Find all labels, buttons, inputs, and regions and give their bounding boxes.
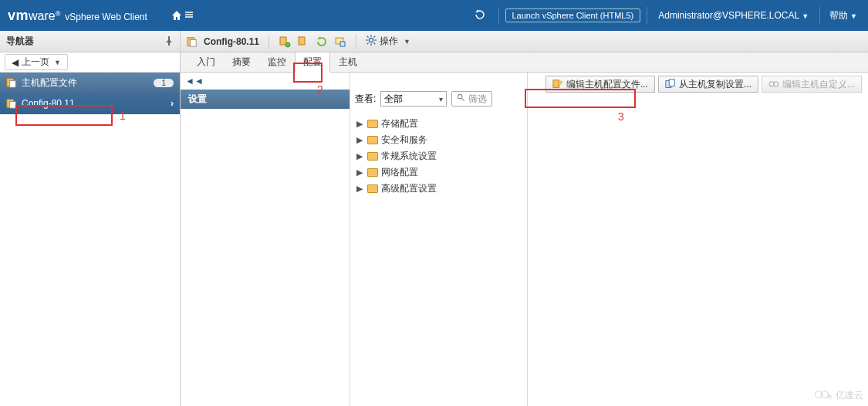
navigator-title-bar: 导航器 bbox=[0, 31, 180, 52]
tab-configure[interactable]: 配置 bbox=[295, 52, 330, 73]
back-button[interactable]: ◀ 上一页 ▼ bbox=[5, 54, 68, 70]
folder-icon bbox=[367, 120, 378, 128]
config-tree-column: 查看: 全部 筛选 ▶存储配置 ▶安全和服务 ▶常规系统设置 ▶网络配置 ▶高级… bbox=[350, 73, 528, 406]
chevron-down-icon: ▼ bbox=[802, 12, 809, 20]
toolbar-icon-3[interactable] bbox=[316, 36, 328, 48]
svg-point-25 bbox=[458, 94, 463, 99]
edit-host-customizations-label: 编辑主机自定义... bbox=[782, 78, 855, 91]
tree-item-label: 网络配置 bbox=[381, 166, 418, 179]
tree-caret-icon: ▶ bbox=[356, 184, 364, 194]
refresh-icon[interactable] bbox=[474, 8, 486, 23]
svg-line-19 bbox=[367, 43, 369, 45]
svg-point-7 bbox=[285, 42, 290, 47]
svg-point-11 bbox=[369, 38, 373, 42]
tree-item-label: 存储配置 bbox=[381, 117, 418, 130]
edit-host-profile-button[interactable]: 编辑主机配置文件... bbox=[545, 76, 655, 93]
tree-caret-icon: ▶ bbox=[356, 167, 364, 178]
pin-icon[interactable] bbox=[164, 36, 174, 48]
brand-product: vSphere Web Client bbox=[65, 12, 147, 22]
brand-vm: vm bbox=[8, 8, 29, 23]
chevron-down-icon: ▼ bbox=[850, 12, 857, 20]
user-label: Administrator@VSPHERE.LOCAL bbox=[658, 10, 799, 21]
tab-getting-started[interactable]: 入门 bbox=[188, 52, 224, 72]
settings-column: ◄◄ 设置 bbox=[181, 73, 350, 406]
navigator-item-selected[interactable]: Config-80.11 › bbox=[0, 93, 180, 114]
launch-html5-button[interactable]: Launch vSphere Client (HTML5) bbox=[505, 8, 641, 22]
toolbar-icon-2[interactable] bbox=[297, 36, 309, 48]
settings-header: 设置 bbox=[181, 90, 350, 109]
tree-item-general[interactable]: ▶常规系统设置 bbox=[356, 148, 521, 164]
actions-menu[interactable]: 操作 ▼ bbox=[366, 35, 410, 48]
home-button[interactable] bbox=[171, 9, 194, 22]
edit-host-customizations-button[interactable]: 编辑主机自定义... bbox=[762, 76, 862, 93]
navigator-item-label: Config-80.11 bbox=[22, 98, 75, 109]
tabs-bar: 入门 摘要 监控 配置 主机 bbox=[181, 52, 868, 73]
navigator-title: 导航器 bbox=[6, 35, 34, 48]
copy-from-host-button[interactable]: 从主机复制设置... bbox=[658, 76, 758, 93]
tree-item-security[interactable]: ▶安全和服务 bbox=[356, 132, 521, 148]
back-label: 上一页 bbox=[22, 56, 49, 69]
gear-icon bbox=[366, 35, 377, 48]
tree-item-label: 高级配置设置 bbox=[381, 182, 437, 195]
view-select[interactable]: 全部 bbox=[380, 91, 447, 107]
filter-input[interactable]: 筛选 bbox=[451, 91, 492, 107]
svg-rect-1 bbox=[9, 80, 15, 87]
details-area bbox=[528, 73, 868, 406]
config-tree: ▶存储配置 ▶安全和服务 ▶常规系统设置 ▶网络配置 ▶高级配置设置 bbox=[350, 111, 527, 201]
svg-rect-8 bbox=[299, 37, 305, 45]
view-label: 查看: bbox=[355, 93, 376, 106]
tree-item-storage[interactable]: ▶存储配置 bbox=[356, 116, 521, 132]
tab-summary[interactable]: 摘要 bbox=[224, 52, 259, 72]
annotation-1: 1 bbox=[120, 110, 126, 122]
folder-icon bbox=[367, 136, 378, 144]
navigator-back-row: ◀ 上一页 ▼ bbox=[0, 52, 180, 73]
tree-item-network[interactable]: ▶网络配置 bbox=[356, 164, 521, 181]
user-menu[interactable]: Administrator@VSPHERE.LOCAL▼ bbox=[654, 10, 813, 21]
tab-monitor[interactable]: 监控 bbox=[259, 52, 295, 72]
chevron-down-icon: ▼ bbox=[404, 38, 410, 46]
menu-bars-icon bbox=[184, 10, 194, 22]
object-name: Config-80.11 bbox=[204, 36, 259, 47]
folder-icon bbox=[367, 152, 378, 161]
folder-icon bbox=[367, 184, 378, 193]
edit-customizations-icon bbox=[768, 79, 779, 90]
svg-rect-5 bbox=[190, 39, 196, 46]
brand-reg: ® bbox=[56, 10, 61, 18]
watermark: 亿速云 bbox=[814, 385, 863, 406]
svg-rect-6 bbox=[280, 37, 286, 45]
tree-caret-icon: ▶ bbox=[356, 119, 364, 129]
navigator-category[interactable]: 主机配置文件 1 bbox=[0, 73, 180, 93]
object-bar: Config-80.11 操作 ▼ bbox=[181, 31, 868, 52]
svg-line-26 bbox=[462, 98, 464, 100]
navigator-category-label: 主机配置文件 bbox=[22, 76, 77, 90]
brand-ware: ware bbox=[29, 9, 56, 22]
actions-label: 操作 bbox=[380, 35, 398, 48]
help-menu[interactable]: 帮助▼ bbox=[826, 9, 860, 22]
annotation-3: 3 bbox=[618, 110, 624, 123]
filter-placeholder: 筛选 bbox=[468, 93, 487, 106]
help-label: 帮助 bbox=[829, 10, 848, 21]
folder-icon bbox=[367, 168, 378, 177]
tree-item-label: 安全和服务 bbox=[381, 134, 427, 147]
svg-rect-10 bbox=[340, 42, 345, 46]
view-select-value: 全部 bbox=[384, 93, 403, 106]
content-panel: Config-80.11 操作 ▼ 入门 摘要 监控 配置 主机 bbox=[181, 31, 868, 406]
navigator-category-badge: 1 bbox=[154, 79, 174, 87]
chevron-right-icon: › bbox=[171, 98, 174, 109]
navigator-panel: 导航器 ◀ 上一页 ▼ 主机配置文件 1 Config-80.11 › bbox=[0, 31, 181, 406]
brand: vmware® vSphere Web Client bbox=[8, 8, 147, 24]
collapse-handle[interactable]: ◄◄ bbox=[181, 73, 350, 90]
svg-rect-3 bbox=[9, 101, 15, 108]
copy-from-host-label: 从主机复制设置... bbox=[679, 78, 751, 91]
toolbar-icon-1[interactable] bbox=[279, 36, 291, 48]
tree-caret-icon: ▶ bbox=[356, 135, 364, 145]
tab-hosts[interactable]: 主机 bbox=[330, 52, 366, 72]
view-filter-row: 查看: 全部 筛选 bbox=[350, 88, 527, 111]
toolbar-icon-4[interactable] bbox=[334, 36, 346, 48]
chevron-left-icon: ◀ bbox=[12, 57, 19, 68]
host-profile-icon bbox=[6, 77, 17, 88]
svg-rect-22 bbox=[669, 80, 674, 86]
tree-item-advanced[interactable]: ▶高级配置设置 bbox=[356, 181, 521, 197]
tree-item-label: 常规系统设置 bbox=[381, 150, 437, 163]
svg-line-18 bbox=[374, 36, 376, 38]
